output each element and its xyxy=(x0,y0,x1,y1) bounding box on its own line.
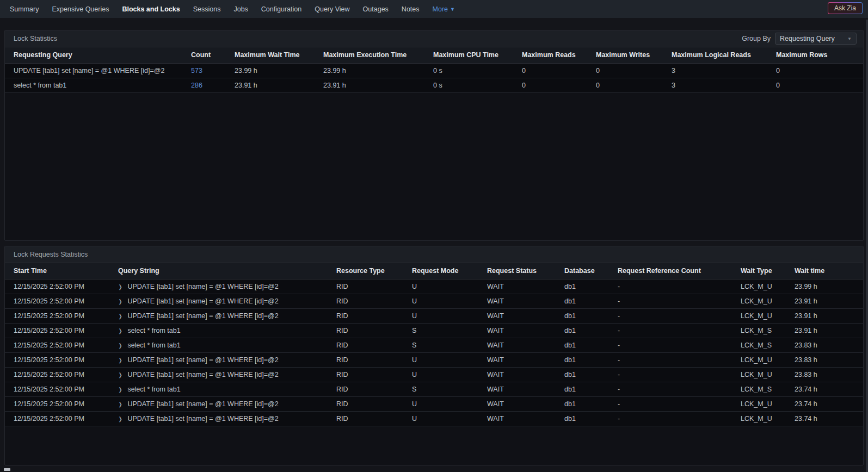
cell-start_time: 12/15/2025 2:52:00 PM xyxy=(5,279,114,294)
nav-tab-query-view[interactable]: Query View xyxy=(315,5,349,13)
cell-wait_type: LCK_M_S xyxy=(736,338,790,352)
cell-resource_type: RID xyxy=(332,323,408,338)
cell-max_writes: 0 xyxy=(592,63,667,78)
cell-database: db1 xyxy=(560,352,613,367)
expand-chevron-icon[interactable]: ❯ xyxy=(119,387,122,393)
query-text: UPDATE [tab1] set [name] = @1 WHERE [id]… xyxy=(127,312,278,320)
cell-query_string: ❯UPDATE [tab1] set [name] = @1 WHERE [id… xyxy=(114,279,332,294)
cell-max_reads: 0 xyxy=(518,63,592,78)
cell-start_time: 12/15/2025 2:52:00 PM xyxy=(5,308,114,323)
table-row: UPDATE [tab1] set [name] = @1 WHERE [id]… xyxy=(5,63,863,78)
cell-query_string: ❯select * from tab1 xyxy=(114,382,332,396)
cell-request_mode: U xyxy=(408,367,483,382)
nav-tab-notes[interactable]: Notes xyxy=(402,5,420,13)
cell-wait_type: LCK_M_U xyxy=(736,308,790,323)
nav-tab-more[interactable]: More ▼ xyxy=(433,5,455,13)
column-header-max_cpu: Maximum CPU Time xyxy=(429,47,518,63)
cell-request_mode: U xyxy=(408,396,483,411)
nav-tab-blocks-and-locks[interactable]: Blocks and Locks xyxy=(122,5,180,13)
column-header-start_time: Start Time xyxy=(5,263,114,279)
table-row: 12/15/2025 2:52:00 PM❯UPDATE [tab1] set … xyxy=(5,352,863,367)
cell-wait_time: 23.91 h xyxy=(790,323,863,338)
cell-database: db1 xyxy=(560,308,613,323)
cell-ref_count: - xyxy=(613,352,736,367)
cell-start_time: 12/15/2025 2:52:00 PM xyxy=(5,367,114,382)
column-header-database: Database xyxy=(560,263,613,279)
cell-request_status: WAIT xyxy=(483,367,560,382)
cell-resource_type: RID xyxy=(332,411,408,426)
cell-ref_count: - xyxy=(613,294,736,308)
cell-wait_type: LCK_M_U xyxy=(736,411,790,426)
cell-request_mode: S xyxy=(408,323,483,338)
column-header-resource_type: Resource Type xyxy=(332,263,408,279)
cell-wait_type: LCK_M_S xyxy=(736,323,790,338)
cell-query_string: ❯UPDATE [tab1] set [name] = @1 WHERE [id… xyxy=(114,367,332,382)
cell-request_status: WAIT xyxy=(483,382,560,396)
cell-request_status: WAIT xyxy=(483,338,560,352)
nav-tabs: SummaryExpensive QueriesBlocks and Locks… xyxy=(10,5,433,13)
group-by-selected-value: Requesting Query xyxy=(780,35,835,42)
expand-chevron-icon[interactable]: ❯ xyxy=(119,313,122,319)
cell-ref_count: - xyxy=(613,396,736,411)
expand-chevron-icon[interactable]: ❯ xyxy=(119,416,122,422)
group-by-select[interactable]: Requesting Query ▼ xyxy=(775,33,857,45)
query-text: select * from tab1 xyxy=(127,327,180,334)
lock-requests-panel: Lock Requests Statistics Start TimeQuery… xyxy=(4,246,864,465)
cell-wait_type: LCK_M_S xyxy=(736,382,790,396)
nav-tab-expensive-queries[interactable]: Expensive Queries xyxy=(52,5,109,13)
cell-start_time: 12/15/2025 2:52:00 PM xyxy=(5,382,114,396)
cell-max_logical_reads: 3 xyxy=(667,78,772,92)
lock-statistics-panel: Lock Statistics Group By Requesting Quer… xyxy=(4,30,864,241)
expand-chevron-icon[interactable]: ❯ xyxy=(119,328,122,334)
nav-tab-outages[interactable]: Outages xyxy=(363,5,389,13)
ask-zia-button[interactable]: Ask Zia xyxy=(828,2,863,14)
count-link[interactable]: 286 xyxy=(191,82,202,89)
panel-title: Lock Statistics xyxy=(14,35,57,42)
cell-resource_type: RID xyxy=(332,382,408,396)
cell-request_status: WAIT xyxy=(483,308,560,323)
cell-wait_time: 23.99 h xyxy=(790,279,863,294)
cell-query_string: ❯UPDATE [tab1] set [name] = @1 WHERE [id… xyxy=(114,411,332,426)
chevron-down-icon: ▼ xyxy=(450,7,455,12)
cell-wait_time: 23.74 h xyxy=(790,396,863,411)
nav-tab-jobs[interactable]: Jobs xyxy=(233,5,248,13)
horizontal-scrollbar-thumb[interactable] xyxy=(4,468,10,471)
cell-max_cpu: 0 s xyxy=(429,78,518,92)
expand-chevron-icon[interactable]: ❯ xyxy=(119,401,122,407)
table-header-row: Requesting QueryCountMaximum Wait TimeMa… xyxy=(5,47,863,63)
cell-resource_type: RID xyxy=(332,338,408,352)
expand-chevron-icon[interactable]: ❯ xyxy=(119,343,122,349)
count-link[interactable]: 573 xyxy=(191,67,202,74)
cell-ref_count: - xyxy=(613,382,736,396)
cell-start_time: 12/15/2025 2:52:00 PM xyxy=(5,323,114,338)
cell-request_status: WAIT xyxy=(483,396,560,411)
vertical-scrollbar[interactable] xyxy=(866,20,868,472)
cell-request_mode: U xyxy=(408,279,483,294)
expand-chevron-icon[interactable]: ❯ xyxy=(119,357,122,363)
query-text: UPDATE [tab1] set [name] = @1 WHERE [id]… xyxy=(127,283,278,290)
expand-chevron-icon[interactable]: ❯ xyxy=(119,372,122,378)
nav-tab-configuration[interactable]: Configuration xyxy=(261,5,301,13)
page-content: Lock Statistics Group By Requesting Quer… xyxy=(0,18,868,472)
table-row: 12/15/2025 2:52:00 PM❯UPDATE [tab1] set … xyxy=(5,411,863,426)
nav-tab-sessions[interactable]: Sessions xyxy=(193,5,221,13)
table-row: 12/15/2025 2:52:00 PM❯UPDATE [tab1] set … xyxy=(5,279,863,294)
query-text: UPDATE [tab1] set [name] = @1 WHERE [id]… xyxy=(127,400,278,408)
expand-chevron-icon[interactable]: ❯ xyxy=(119,284,122,290)
expand-chevron-icon[interactable]: ❯ xyxy=(119,299,122,305)
cell-start_time: 12/15/2025 2:52:00 PM xyxy=(5,411,114,426)
column-header-max_exec: Maximum Execution Time xyxy=(319,47,429,63)
cell-resource_type: RID xyxy=(332,294,408,308)
cell-resource_type: RID xyxy=(332,396,408,411)
cell-count: 286 xyxy=(187,78,230,92)
nav-tab-summary[interactable]: Summary xyxy=(10,5,39,13)
query-text: UPDATE [tab1] set [name] = @1 WHERE [id]… xyxy=(127,415,278,423)
table-row: select * from tab128623.91 h23.91 h0 s00… xyxy=(5,78,863,92)
cell-max_cpu: 0 s xyxy=(429,63,518,78)
column-header-max_writes: Maximum Writes xyxy=(592,47,667,63)
cell-database: db1 xyxy=(560,294,613,308)
cell-request_status: WAIT xyxy=(483,323,560,338)
cell-wait_time: 23.83 h xyxy=(790,352,863,367)
cell-wait_type: LCK_M_U xyxy=(736,352,790,367)
cell-start_time: 12/15/2025 2:52:00 PM xyxy=(5,396,114,411)
